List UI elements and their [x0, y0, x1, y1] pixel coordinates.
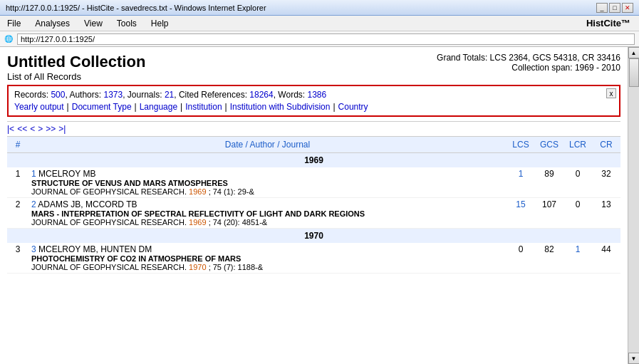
- stats-box: x Records: 500, Authors: 1373, Journals:…: [7, 85, 620, 117]
- lcr-link[interactable]: 1: [576, 244, 581, 254]
- record-journal: JOURNAL OF GEOPHYSICAL RESEARCH. 1969 ; …: [31, 187, 504, 196]
- cr-cell: 32: [592, 167, 620, 198]
- words-link[interactable]: 1386: [308, 90, 327, 100]
- col-date-author-journal: Date / Author / Journal: [28, 137, 506, 153]
- content-area: Untitled Collection List of All Records …: [0, 47, 628, 364]
- lcr-cell: 0: [563, 198, 592, 229]
- record-number: 3: [7, 243, 28, 274]
- record-content: 3 MCELROY MB, HUNTEN DM PHOTOCHEMISTRY O…: [28, 243, 506, 274]
- page-first-button[interactable]: |<: [7, 124, 14, 134]
- journals-link[interactable]: 21: [165, 90, 174, 100]
- restore-button[interactable]: □: [609, 3, 620, 13]
- page-subtitle: List of All Records: [7, 71, 145, 82]
- nav-language[interactable]: Language: [140, 102, 177, 112]
- lcs-cell: 0: [506, 243, 535, 274]
- nav-document-type[interactable]: Document Type: [72, 102, 132, 112]
- lcr-cell: 0: [563, 167, 592, 198]
- record-title: MARS - INTERPRETATION OF SPECTRAL REFLEC…: [31, 209, 504, 218]
- page-header: Untitled Collection List of All Records …: [7, 53, 620, 82]
- page-next-button[interactable]: >: [38, 124, 43, 134]
- table-row: 3 3 MCELROY MB, HUNTEN DM PHOTOCHEMISTRY…: [7, 243, 620, 274]
- menu-tools[interactable]: Tools: [110, 17, 144, 30]
- scrollbar[interactable]: ▲ ▼: [628, 47, 639, 364]
- nav-institution[interactable]: Institution: [185, 102, 222, 112]
- menu-file[interactable]: File: [0, 17, 28, 30]
- col-header-text: Date / Author / Journal: [225, 140, 310, 150]
- lcs-cell: 15: [506, 198, 535, 229]
- lcr-value: 0: [576, 199, 581, 209]
- page-next-next-button[interactable]: >>: [46, 124, 56, 134]
- cited-link[interactable]: 18264: [249, 90, 273, 100]
- record-journal: JOURNAL OF GEOPHYSICAL RESEARCH. 1969 ; …: [31, 218, 504, 227]
- records-link[interactable]: 500: [51, 90, 65, 100]
- scroll-track[interactable]: [628, 58, 639, 353]
- menu-analyses[interactable]: Analyses: [28, 17, 77, 30]
- record-authors: MCELROY MB: [38, 169, 95, 179]
- main-layout: Untitled Collection List of All Records …: [0, 47, 639, 364]
- cr-cell: 13: [592, 198, 620, 229]
- stats-nav-line: Yearly output | Document Type | Language…: [14, 102, 613, 112]
- authors-link[interactable]: 1373: [103, 90, 123, 100]
- menu-view[interactable]: View: [77, 17, 110, 30]
- year-link[interactable]: 1969: [189, 218, 206, 227]
- page-prev-prev-button[interactable]: <<: [17, 124, 27, 134]
- lcs-link[interactable]: 15: [516, 199, 525, 209]
- record-title: STRUCTURE OF VENUS AND MARS ATMOSPHERES: [31, 179, 504, 187]
- year-link[interactable]: 1969: [189, 187, 206, 196]
- gcs-cell: 82: [535, 243, 563, 274]
- col-lcr: LCR: [563, 137, 592, 153]
- menu-help[interactable]: Help: [144, 17, 176, 30]
- nav-institution-subdivision[interactable]: Institution with Subdivision: [230, 102, 331, 112]
- table-header-row: # Date / Author / Journal LCS GCS LCR CR: [7, 137, 620, 153]
- lcs-link[interactable]: 1: [519, 169, 524, 179]
- record-id-link[interactable]: 1: [31, 169, 36, 179]
- minimize-button[interactable]: _: [596, 3, 608, 13]
- authors-label: Authors:: [69, 90, 101, 100]
- lcs-cell: 1: [506, 167, 535, 198]
- histcite-brand: HistCite™: [586, 18, 639, 28]
- year-row: 1970: [7, 229, 620, 244]
- year-link[interactable]: 1970: [189, 263, 206, 271]
- cr-cell: 44: [592, 243, 620, 274]
- address-bar: 🌐: [0, 31, 639, 47]
- year-row: 1969: [7, 153, 620, 168]
- page-title: Untitled Collection: [7, 53, 145, 71]
- collection-span-text: Collection span: 1969 - 2010: [437, 63, 620, 73]
- record-number: 2: [7, 198, 28, 229]
- page-last-button[interactable]: >|: [58, 124, 66, 134]
- record-author-line: 3 MCELROY MB, HUNTEN DM: [31, 244, 504, 254]
- lcs-value: 0: [519, 244, 524, 254]
- table-row: 1 1 MCELROY MB STRUCTURE OF VENUS AND MA…: [7, 167, 620, 198]
- records-label: Records:: [14, 90, 48, 100]
- scroll-down-button[interactable]: ▼: [628, 353, 640, 364]
- scroll-thumb[interactable]: [629, 58, 639, 87]
- pagination: |< << < > >> >|: [7, 121, 620, 137]
- journal-name: JOURNAL OF GEOPHYSICAL RESEARCH.: [31, 218, 187, 227]
- records-table: # Date / Author / Journal LCS GCS LCR CR…: [7, 137, 620, 274]
- table-row: 2 2 ADAMS JB, MCCORD TB MARS - INTERPRET…: [7, 198, 620, 229]
- journal-details: ; 75 (7): 1188-&: [209, 263, 263, 271]
- close-window-button[interactable]: ✕: [622, 3, 633, 13]
- nav-yearly-output[interactable]: Yearly output: [14, 102, 64, 112]
- record-number: 1: [7, 167, 28, 198]
- record-journal: JOURNAL OF GEOPHYSICAL RESEARCH. 1970 ; …: [31, 263, 504, 271]
- menu-bar: File Analyses View Tools Help HistCite™: [0, 16, 639, 31]
- record-id-link[interactable]: 2: [31, 199, 36, 209]
- stats-line: Records: 500, Authors: 1373, Journals: 2…: [14, 90, 613, 100]
- title-bar: http://127.0.0.1:1925/ - HistCite - save…: [0, 0, 639, 16]
- cited-label: Cited References:: [179, 90, 247, 100]
- journal-details: ; 74 (20): 4851-&: [209, 218, 268, 227]
- record-authors: ADAMS JB, MCCORD TB: [38, 199, 137, 209]
- journal-details: ; 74 (1): 29-&: [209, 187, 254, 196]
- col-cr: CR: [592, 137, 620, 153]
- scroll-up-button[interactable]: ▲: [628, 47, 640, 58]
- title-bar-text: http://127.0.0.1:1925/ - HistCite - save…: [6, 4, 266, 12]
- record-id-link[interactable]: 3: [31, 244, 36, 254]
- page-prev-button[interactable]: <: [30, 124, 35, 134]
- stats-close-button[interactable]: x: [606, 88, 616, 98]
- address-input[interactable]: [17, 33, 635, 45]
- col-gcs: GCS: [535, 137, 563, 153]
- year-cell: 1969: [7, 153, 620, 168]
- header-left: Untitled Collection List of All Records: [7, 53, 145, 82]
- nav-country[interactable]: Country: [338, 102, 368, 112]
